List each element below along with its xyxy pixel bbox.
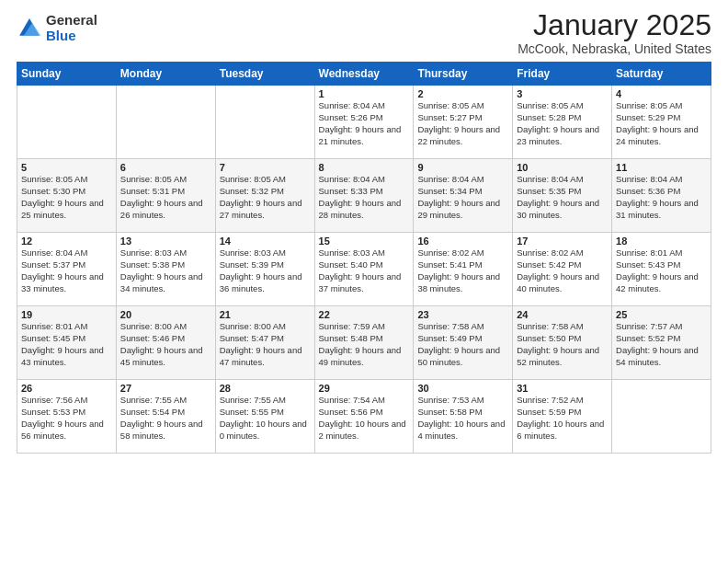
calendar-cell: 19Sunrise: 8:01 AMSunset: 5:45 PMDayligh… — [17, 306, 117, 380]
cell-day-number: 11 — [616, 162, 707, 173]
cell-info: Sunrise: 7:53 AMSunset: 5:58 PMDaylight:… — [417, 395, 508, 442]
cell-day-number: 19 — [21, 309, 112, 320]
cell-day-number: 28 — [220, 383, 311, 394]
cell-day-number: 10 — [517, 162, 608, 173]
calendar-cell: 18Sunrise: 8:01 AMSunset: 5:43 PMDayligh… — [612, 233, 711, 306]
cell-info: Sunrise: 7:56 AMSunset: 5:53 PMDaylight:… — [21, 395, 112, 442]
cell-day-number: 2 — [417, 88, 508, 99]
calendar-cell: 17Sunrise: 8:02 AMSunset: 5:42 PMDayligh… — [513, 233, 612, 306]
cell-info: Sunrise: 8:04 AMSunset: 5:34 PMDaylight:… — [417, 174, 508, 221]
cell-info: Sunrise: 7:55 AMSunset: 5:54 PMDaylight:… — [120, 395, 211, 442]
calendar-cell: 20Sunrise: 8:00 AMSunset: 5:46 PMDayligh… — [116, 306, 215, 380]
calendar-cell: 22Sunrise: 7:59 AMSunset: 5:48 PMDayligh… — [314, 306, 414, 380]
cell-info: Sunrise: 8:05 AMSunset: 5:32 PMDaylight:… — [220, 174, 311, 221]
cell-info: Sunrise: 8:01 AMSunset: 5:43 PMDaylight:… — [616, 247, 707, 294]
cell-info: Sunrise: 7:59 AMSunset: 5:48 PMDaylight:… — [319, 321, 410, 368]
cell-info: Sunrise: 7:58 AMSunset: 5:50 PMDaylight:… — [517, 321, 608, 368]
week-row-4: 19Sunrise: 8:01 AMSunset: 5:45 PMDayligh… — [17, 306, 711, 380]
cell-info: Sunrise: 7:52 AMSunset: 5:59 PMDaylight:… — [517, 395, 608, 442]
cell-info: Sunrise: 8:00 AMSunset: 5:46 PMDaylight:… — [120, 321, 211, 368]
cell-day-number: 8 — [319, 162, 410, 173]
calendar-cell: 28Sunrise: 7:55 AMSunset: 5:55 PMDayligh… — [215, 380, 314, 454]
cell-info: Sunrise: 8:04 AMSunset: 5:33 PMDaylight:… — [319, 174, 410, 221]
calendar-cell: 30Sunrise: 7:53 AMSunset: 5:58 PMDayligh… — [414, 380, 513, 454]
calendar-cell: 31Sunrise: 7:52 AMSunset: 5:59 PMDayligh… — [513, 380, 612, 454]
cell-info: Sunrise: 8:04 AMSunset: 5:26 PMDaylight:… — [319, 100, 410, 147]
calendar-cell — [116, 86, 215, 159]
calendar-cell — [215, 86, 314, 159]
calendar-title: January 2025 — [518, 9, 711, 41]
logo-text: General Blue — [46, 13, 97, 43]
calendar-cell: 25Sunrise: 7:57 AMSunset: 5:52 PMDayligh… — [612, 306, 711, 380]
calendar-cell: 13Sunrise: 8:03 AMSunset: 5:38 PMDayligh… — [116, 233, 215, 306]
calendar-cell: 26Sunrise: 7:56 AMSunset: 5:53 PMDayligh… — [17, 380, 117, 454]
header: General Blue January 2025 McCook, Nebras… — [17, 9, 711, 56]
cell-info: Sunrise: 8:05 AMSunset: 5:28 PMDaylight:… — [517, 100, 608, 147]
week-row-2: 5Sunrise: 8:05 AMSunset: 5:30 PMDaylight… — [17, 159, 711, 233]
cell-info: Sunrise: 8:04 AMSunset: 5:37 PMDaylight:… — [21, 247, 112, 294]
cell-day-number: 18 — [616, 236, 707, 247]
cell-info: Sunrise: 8:05 AMSunset: 5:30 PMDaylight:… — [21, 174, 112, 221]
cell-day-number: 12 — [21, 236, 112, 247]
calendar-cell: 9Sunrise: 8:04 AMSunset: 5:34 PMDaylight… — [414, 159, 513, 233]
calendar-cell: 15Sunrise: 8:03 AMSunset: 5:40 PMDayligh… — [314, 233, 414, 306]
cell-day-number: 16 — [417, 236, 508, 247]
cell-day-number: 5 — [21, 162, 112, 173]
cell-info: Sunrise: 7:54 AMSunset: 5:56 PMDaylight:… — [319, 395, 410, 442]
calendar-cell: 8Sunrise: 8:04 AMSunset: 5:33 PMDaylight… — [314, 159, 414, 233]
weekday-header-row: SundayMondayTuesdayWednesdayThursdayFrid… — [17, 63, 711, 86]
calendar-cell — [612, 380, 711, 454]
cell-day-number: 6 — [120, 162, 211, 173]
calendar-cell: 4Sunrise: 8:05 AMSunset: 5:29 PMDaylight… — [612, 86, 711, 159]
logo-general: General — [46, 13, 97, 29]
calendar-cell: 21Sunrise: 8:00 AMSunset: 5:47 PMDayligh… — [215, 306, 314, 380]
cell-info: Sunrise: 8:05 AMSunset: 5:29 PMDaylight:… — [616, 100, 707, 147]
cell-info: Sunrise: 7:58 AMSunset: 5:49 PMDaylight:… — [417, 321, 508, 368]
cell-day-number: 25 — [616, 309, 707, 320]
calendar-cell: 3Sunrise: 8:05 AMSunset: 5:28 PMDaylight… — [513, 86, 612, 159]
cell-day-number: 7 — [220, 162, 311, 173]
cell-info: Sunrise: 8:01 AMSunset: 5:45 PMDaylight:… — [21, 321, 112, 368]
calendar-cell: 14Sunrise: 8:03 AMSunset: 5:39 PMDayligh… — [215, 233, 314, 306]
weekday-header-tuesday: Tuesday — [215, 63, 314, 86]
cell-info: Sunrise: 7:55 AMSunset: 5:55 PMDaylight:… — [220, 395, 311, 442]
cell-day-number: 21 — [220, 309, 311, 320]
calendar-subtitle: McCook, Nebraska, United States — [518, 41, 711, 56]
cell-day-number: 3 — [517, 88, 608, 99]
cell-day-number: 22 — [319, 309, 410, 320]
cell-info: Sunrise: 8:02 AMSunset: 5:41 PMDaylight:… — [417, 247, 508, 294]
week-row-5: 26Sunrise: 7:56 AMSunset: 5:53 PMDayligh… — [17, 380, 711, 454]
cell-day-number: 31 — [517, 383, 608, 394]
cell-day-number: 14 — [220, 236, 311, 247]
calendar-cell: 5Sunrise: 8:05 AMSunset: 5:30 PMDaylight… — [17, 159, 117, 233]
calendar-cell: 1Sunrise: 8:04 AMSunset: 5:26 PMDaylight… — [314, 86, 414, 159]
page: General Blue January 2025 McCook, Nebras… — [0, 0, 728, 563]
logo-icon — [17, 16, 42, 41]
cell-day-number: 26 — [21, 383, 112, 394]
calendar-cell: 2Sunrise: 8:05 AMSunset: 5:27 PMDaylight… — [414, 86, 513, 159]
cell-info: Sunrise: 8:04 AMSunset: 5:36 PMDaylight:… — [616, 174, 707, 221]
calendar-cell: 29Sunrise: 7:54 AMSunset: 5:56 PMDayligh… — [314, 380, 414, 454]
cell-day-number: 17 — [517, 236, 608, 247]
cell-info: Sunrise: 8:03 AMSunset: 5:38 PMDaylight:… — [120, 247, 211, 294]
cell-info: Sunrise: 8:03 AMSunset: 5:39 PMDaylight:… — [220, 247, 311, 294]
calendar-cell: 7Sunrise: 8:05 AMSunset: 5:32 PMDaylight… — [215, 159, 314, 233]
logo-blue: Blue — [46, 29, 97, 44]
logo: General Blue — [17, 13, 97, 43]
cell-day-number: 20 — [120, 309, 211, 320]
cell-day-number: 9 — [417, 162, 508, 173]
title-block: January 2025 McCook, Nebraska, United St… — [518, 9, 711, 56]
cell-day-number: 4 — [616, 88, 707, 99]
weekday-header-saturday: Saturday — [612, 63, 711, 86]
cell-info: Sunrise: 8:05 AMSunset: 5:31 PMDaylight:… — [120, 174, 211, 221]
cell-info: Sunrise: 7:57 AMSunset: 5:52 PMDaylight:… — [616, 321, 707, 368]
calendar-cell: 10Sunrise: 8:04 AMSunset: 5:35 PMDayligh… — [513, 159, 612, 233]
weekday-header-sunday: Sunday — [17, 63, 117, 86]
week-row-3: 12Sunrise: 8:04 AMSunset: 5:37 PMDayligh… — [17, 233, 711, 306]
cell-day-number: 1 — [319, 88, 410, 99]
cell-info: Sunrise: 8:05 AMSunset: 5:27 PMDaylight:… — [417, 100, 508, 147]
cell-day-number: 23 — [417, 309, 508, 320]
calendar-cell: 12Sunrise: 8:04 AMSunset: 5:37 PMDayligh… — [17, 233, 117, 306]
calendar-cell — [17, 86, 117, 159]
cell-day-number: 13 — [120, 236, 211, 247]
